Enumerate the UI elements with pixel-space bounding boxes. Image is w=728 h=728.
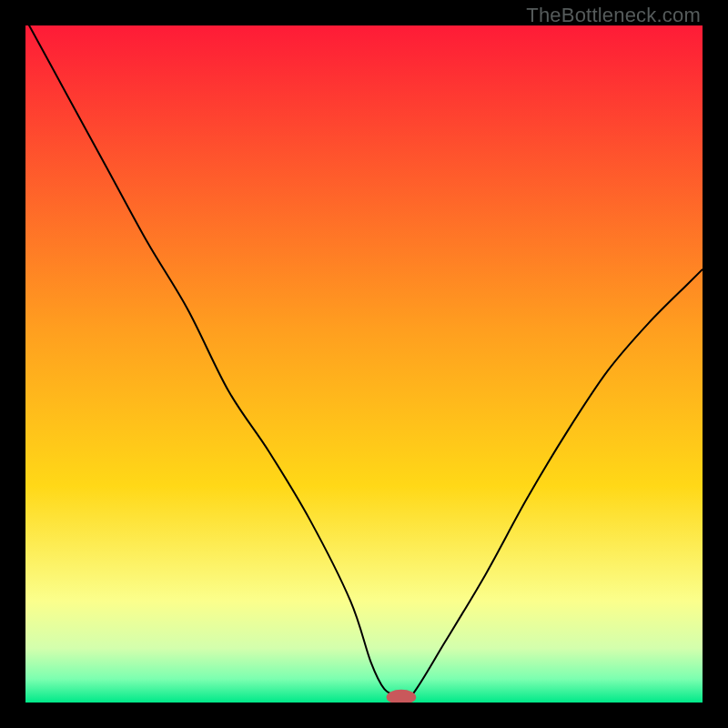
optimal-marker [387,690,417,703]
bottleneck-curve [25,25,703,703]
watermark-text: TheBottleneck.com [526,4,701,27]
chart-frame: TheBottleneck.com [0,0,728,728]
plot-area [25,25,703,703]
